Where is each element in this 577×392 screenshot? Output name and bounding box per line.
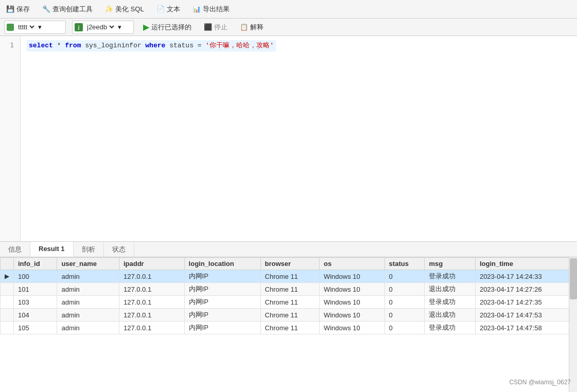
stop-icon: ⬛	[204, 23, 212, 31]
row-indicator	[1, 322, 14, 334]
cell-user_name: admin	[57, 309, 119, 322]
cell-browser: Chrome 11	[260, 296, 319, 309]
beautify-sql-icon: ✨	[105, 5, 113, 13]
second-toolbar: ttttt ▾ j j2eedb ▾ ▶ 运行已选择的 ⬛ 停止 📋 解释	[0, 19, 577, 36]
tab-profiling-label: 剖析	[82, 245, 95, 254]
table-row[interactable]: ▶100admin127.0.0.1内网IPChrome 11Windows 1…	[1, 270, 577, 283]
sql-keyword-from: from	[65, 42, 81, 49]
table-row[interactable]: 105admin127.0.0.1内网IPChrome 11Windows 10…	[1, 322, 577, 334]
connection-chevron-icon: ▾	[38, 23, 42, 31]
cell-info_id: 105	[14, 322, 57, 334]
tab-status-label: 状态	[112, 245, 126, 254]
stop-button[interactable]: ⬛ 停止	[201, 22, 231, 33]
beautify-sql-button[interactable]: ✨ 美化 SQL	[103, 4, 146, 15]
database-icon: j	[75, 23, 83, 31]
cell-status: 0	[384, 296, 425, 309]
database-selector[interactable]: j j2eedb ▾	[72, 21, 134, 34]
cell-info_id: 103	[14, 296, 57, 309]
export-button[interactable]: 📊 导出结果	[190, 4, 232, 15]
th-msg[interactable]: msg	[425, 258, 476, 270]
th-info_id[interactable]: info_id	[14, 258, 57, 270]
table-header-row: info_id user_name ipaddr login_location …	[1, 258, 577, 270]
table-row[interactable]: 101admin127.0.0.1内网IPChrome 11Windows 10…	[1, 283, 577, 296]
th-indicator	[1, 258, 14, 270]
th-os[interactable]: os	[319, 258, 384, 270]
th-status[interactable]: status	[384, 258, 425, 270]
scrollbar-thumb[interactable]	[570, 258, 577, 299]
tab-result1-label: Result 1	[39, 245, 65, 253]
cell-login_location: 内网IP	[184, 296, 260, 309]
export-label: 导出结果	[203, 5, 230, 14]
th-browser[interactable]: browser	[260, 258, 319, 270]
cell-ipaddr: 127.0.0.1	[119, 309, 184, 322]
cell-os: Windows 10	[319, 309, 384, 322]
main-content: 1 select * from sys_logininfor where sta…	[0, 36, 577, 392]
cell-ipaddr: 127.0.0.1	[119, 270, 184, 283]
code-editor[interactable]: select * from sys_logininfor where statu…	[21, 36, 577, 241]
cell-status: 0	[384, 283, 425, 296]
row-indicator	[1, 309, 14, 322]
main-toolbar: 💾 保存 🔧 查询创建工具 ✨ 美化 SQL 📄 文本 📊 导出结果	[0, 0, 577, 19]
scrollbar-right[interactable]	[569, 257, 577, 392]
run-label: 运行已选择的	[151, 23, 191, 32]
tab-status[interactable]: 状态	[104, 242, 134, 257]
cell-info_id: 100	[14, 270, 57, 283]
cell-user_name: admin	[57, 322, 119, 334]
cell-msg: 登录成功	[425, 322, 476, 334]
database-select[interactable]: j2eedb	[85, 23, 116, 31]
explain-label: 解释	[250, 23, 264, 32]
tab-result1[interactable]: Result 1	[30, 242, 74, 257]
th-ipaddr[interactable]: ipaddr	[119, 258, 184, 270]
cell-ipaddr: 127.0.0.1	[119, 283, 184, 296]
cell-msg: 登录成功	[425, 270, 476, 283]
line-numbers: 1	[0, 36, 21, 241]
bottom-tabs: 信息 Result 1 剖析 状态	[0, 242, 577, 257]
cell-user_name: admin	[57, 296, 119, 309]
cell-ipaddr: 127.0.0.1	[119, 296, 184, 309]
th-login_location[interactable]: login_location	[184, 258, 260, 270]
run-icon: ▶	[143, 22, 149, 32]
editor-area[interactable]: 1 select * from sys_logininfor where sta…	[0, 36, 577, 242]
text-icon: 📄	[156, 5, 165, 13]
text-button[interactable]: 📄 文本	[154, 4, 182, 15]
tab-profiling[interactable]: 剖析	[74, 242, 104, 257]
line-number-1: 1	[2, 40, 18, 50]
cell-os: Windows 10	[319, 270, 384, 283]
cell-status: 0	[384, 270, 425, 283]
query-builder-button[interactable]: 🔧 查询创建工具	[40, 4, 95, 15]
cell-browser: Chrome 11	[260, 283, 319, 296]
sql-keyword-select: select	[29, 42, 53, 49]
tab-info-label: 信息	[8, 245, 22, 254]
sql-code-line: select * from sys_logininfor where statu…	[27, 40, 276, 51]
result-table-area[interactable]: info_id user_name ipaddr login_location …	[0, 257, 577, 392]
query-builder-icon: 🔧	[42, 5, 50, 13]
connection-select[interactable]: ttttt	[16, 23, 36, 31]
cell-login_location: 内网IP	[184, 322, 260, 334]
export-icon: 📊	[193, 5, 201, 13]
cell-login_location: 内网IP	[184, 270, 260, 283]
sql-equals: =	[198, 42, 206, 49]
run-button[interactable]: ▶ 运行已选择的	[140, 21, 195, 33]
cell-user_name: admin	[57, 270, 119, 283]
connection-selector[interactable]: ttttt ▾	[4, 21, 66, 34]
th-login_time[interactable]: login_time	[475, 258, 576, 270]
cell-os: Windows 10	[319, 296, 384, 309]
cell-browser: Chrome 11	[260, 309, 319, 322]
cell-login_time: 2023-04-17 14:27:35	[475, 296, 576, 309]
th-user_name[interactable]: user_name	[57, 258, 119, 270]
cell-browser: Chrome 11	[260, 270, 319, 283]
save-button[interactable]: 💾 保存	[4, 4, 32, 15]
cell-login_location: 内网IP	[184, 283, 260, 296]
cell-info_id: 101	[14, 283, 57, 296]
cell-status: 0	[384, 309, 425, 322]
cell-os: Windows 10	[319, 283, 384, 296]
sql-keyword-where: where	[145, 42, 165, 49]
table-row[interactable]: 104admin127.0.0.1内网IPChrome 11Windows 10…	[1, 309, 577, 322]
explain-button[interactable]: 📋 解释	[237, 22, 267, 33]
database-chevron-icon: ▾	[118, 23, 121, 31]
cell-os: Windows 10	[319, 322, 384, 334]
row-indicator: ▶	[1, 270, 14, 283]
result-wrapper: 信息 Result 1 剖析 状态 info_id user_name ipad	[0, 242, 577, 392]
table-row[interactable]: 103admin127.0.0.1内网IPChrome 11Windows 10…	[1, 296, 577, 309]
tab-info[interactable]: 信息	[0, 242, 30, 257]
